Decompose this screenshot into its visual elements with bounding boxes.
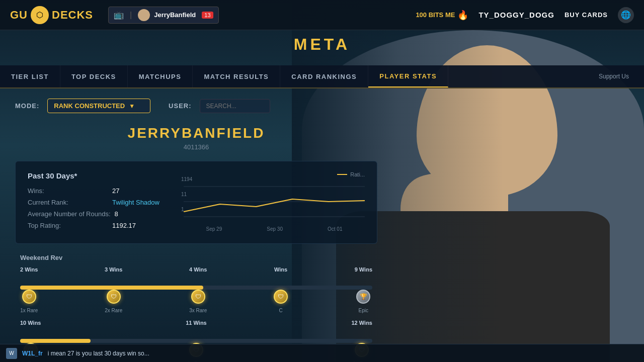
meta-title: META [294, 35, 350, 54]
nav-item-match-results[interactable]: MATCH RESULTS [193, 65, 280, 87]
mode-select[interactable]: RANK CONSTRUCTED ▼ [47, 99, 150, 113]
chat-username: W1L_fr [22, 350, 43, 357]
node-icon-9: 🏆 [356, 290, 370, 304]
logo-hex-icon: ⬡ [36, 10, 43, 20]
node-reward-2: 1x Rare [20, 308, 38, 313]
node-3-wins: 3 Wins 🛡 2x Rare [105, 266, 122, 313]
rank-label: Current Rank: [28, 199, 108, 206]
nav-item-matchups[interactable]: MATCHUPS [128, 65, 193, 87]
chat-avatar: W [6, 348, 17, 359]
win-track-title: Weekend Rev [15, 254, 377, 261]
bits-display: 100 BITS ME 🔥 [416, 10, 468, 21]
stats-title: Past 30 Days* [28, 171, 169, 180]
top-rating-label: Top Rating: [28, 222, 108, 229]
stat-rounds: Average Number of Rounds: 8 [28, 210, 169, 218]
node-wins-11: 11 Wins [186, 320, 206, 326]
stat-top-rating: Top Rating: 1192.17 [28, 222, 169, 229]
top-rating-value: 1192.17 [112, 222, 136, 229]
node-icon-2: 🛡 [22, 290, 36, 304]
win-track-1: Weekend Rev 2 Wins 🛡 1x Rare 3 Wins 🛡 2x… [15, 254, 377, 312]
stats-left: Past 30 Days* Wins: 27 Current Rank: Twi… [28, 171, 169, 233]
divider: | [130, 11, 132, 20]
chart-date-2: Sep 30 [267, 226, 283, 232]
chart-legend-text: Rati... [350, 171, 365, 177]
nav-bar: TIER LIST TOP DECKS MATCHUPS MATCH RESUL… [0, 65, 644, 88]
player-id: 4011366 [15, 143, 377, 151]
node-wins-9: 9 Wins [355, 266, 372, 273]
logo-text-left: GU [10, 9, 28, 22]
node-reward-3: 2x Rare [105, 308, 122, 313]
node-wins-x: Wins [274, 266, 287, 273]
logo-icon: ⬡ [31, 6, 49, 24]
support-link[interactable]: Support Us [599, 73, 644, 80]
globe-icon[interactable]: 🌐 [618, 7, 634, 23]
user-label: USER: [169, 102, 191, 110]
user-search-input[interactable] [200, 99, 270, 113]
track-nodes: 2 Wins 🛡 1x Rare 3 Wins 🛡 2x Rare 4 Wins… [20, 266, 372, 313]
twitch-icon: 📺 [114, 10, 124, 20]
rank-value: Twilight Shadow [112, 199, 159, 206]
chart-date-3: Oct 01 [328, 226, 342, 232]
win-track-bar: 2 Wins 🛡 1x Rare 3 Wins 🛡 2x Rare 4 Wins… [15, 266, 377, 312]
node-wins-12: 12 Wins [352, 320, 372, 326]
mode-label: MODE: [15, 102, 39, 110]
node-icon-3: 🛡 [107, 290, 121, 304]
top-bar: GU ⬡ DECKS 📺 | JerryBanfield 13 100 BITS… [0, 0, 644, 30]
avatar [138, 9, 150, 21]
streamer-name: JerryBanfield [154, 11, 196, 19]
node-2-wins: 2 Wins 🛡 1x Rare [20, 266, 38, 313]
node-reward-9: Epic [359, 308, 368, 313]
nav-item-player-stats[interactable]: PLAYER STATS [368, 65, 448, 87]
node-wins-4: 4 Wins [189, 266, 207, 273]
rounds-label: Average Number of Rounds: [28, 210, 111, 218]
rating-chart: Rati... 1194 11 1 Sep 29 Sep 30 Oct 01 [184, 171, 365, 232]
chart-svg [184, 182, 365, 222]
wins-value: 27 [112, 187, 119, 195]
viewer-count: 13 [202, 12, 213, 19]
nav-item-top-decks[interactable]: TOP DECKS [60, 65, 128, 87]
wins-label: Wins: [28, 187, 108, 195]
dropdown-arrow-icon: ▼ [129, 103, 135, 110]
main-content: MODE: RANK CONSTRUCTED ▼ USER: JERRYBANF… [0, 88, 392, 362]
player-name: JERRYBANFIELD [15, 125, 377, 141]
top-username: TY_DOGGY_DOGG [478, 11, 554, 19]
twitch-badge[interactable]: 📺 | JerryBanfield 13 [108, 7, 219, 24]
buy-cards-button[interactable]: BUY CARDS [565, 11, 608, 19]
node-icon-x: 🛡 [274, 290, 288, 304]
node-wins-extra: Wins 🛡 C [274, 266, 288, 313]
nav-item-card-rankings[interactable]: CARD RANKINGS [280, 65, 368, 87]
chart-legend: Rati... [337, 171, 365, 177]
stat-wins: Wins: 27 [28, 187, 169, 195]
bits-label: 100 BITS ME [416, 11, 455, 19]
node-wins-2: 2 Wins [20, 266, 38, 273]
logo-text-right: DECKS [52, 9, 93, 22]
chat-bar: W W1L_fr i mean 27 is you last 30 days w… [0, 344, 644, 362]
node-9-wins: 9 Wins 🏆 Epic [355, 266, 372, 313]
mode-value: RANK CONSTRUCTED [54, 102, 125, 110]
stats-card: Past 30 Days* Wins: 27 Current Rank: Twi… [15, 161, 377, 244]
node-wins-10: 10 Wins [20, 320, 41, 326]
chat-message: i mean 27 is you last 30 days win so... [48, 350, 149, 357]
chart-line-icon [337, 174, 347, 175]
nav-item-tier-list[interactable]: TIER LIST [0, 65, 60, 87]
node-wins-3: 3 Wins [105, 266, 122, 273]
node-icon-4: 🛡 [191, 290, 205, 304]
chart-dates: Sep 29 Sep 30 Oct 01 [184, 226, 365, 232]
stat-rank: Current Rank: Twilight Shadow [28, 199, 169, 206]
filter-row: MODE: RANK CONSTRUCTED ▼ USER: [15, 99, 377, 113]
logo[interactable]: GU ⬡ DECKS [0, 6, 103, 24]
rounds-value: 8 [115, 210, 118, 218]
node-reward-x: C [279, 308, 282, 313]
chart-date-1: Sep 29 [206, 226, 222, 232]
node-4-wins: 4 Wins 🛡 3x Rare [189, 266, 207, 313]
bits-icon: 🔥 [457, 10, 468, 21]
top-bar-right: 100 BITS ME 🔥 TY_DOGGY_DOGG BUY CARDS 🌐 [416, 7, 644, 23]
node-reward-4: 3x Rare [189, 308, 207, 313]
